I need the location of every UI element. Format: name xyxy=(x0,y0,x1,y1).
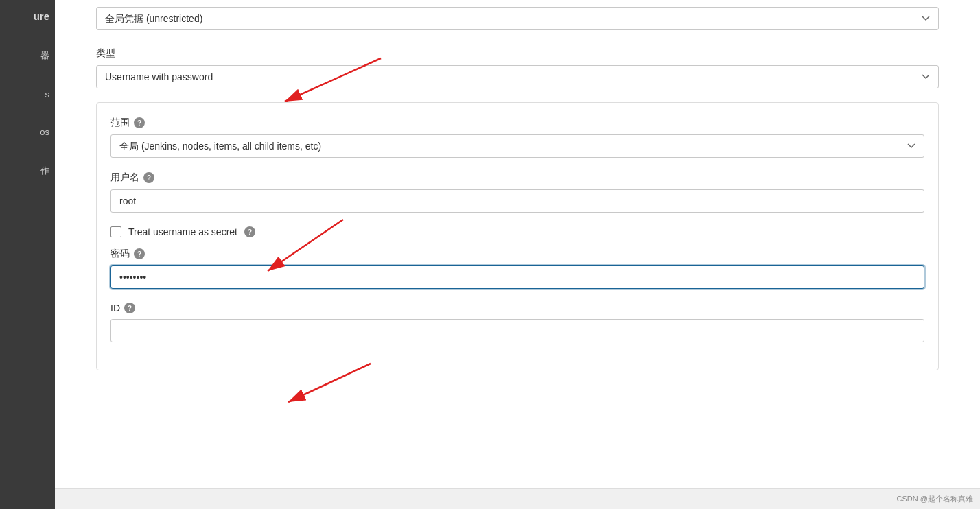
scope-section: 范围 ? 全局 (Jenkins, nodes, items, all chil… xyxy=(110,117,924,158)
credentials-form-panel: 范围 ? 全局 (Jenkins, nodes, items, all chil… xyxy=(96,102,939,370)
id-label-row: ID ? xyxy=(110,303,924,313)
watermark-bar: CSDN @起个名称真难 xyxy=(55,488,980,509)
id-help-icon[interactable]: ? xyxy=(124,303,135,313)
sidebar-title: ure xyxy=(34,10,49,22)
type-label-row: 类型 xyxy=(96,47,939,60)
scope-help-icon[interactable]: ? xyxy=(134,117,145,128)
scope-dropdown[interactable]: 全局 (Jenkins, nodes, items, all child ite… xyxy=(110,134,924,158)
password-input[interactable] xyxy=(110,265,924,289)
sidebar-item-4[interactable]: 作 xyxy=(40,165,49,177)
main-content: 全局凭据 (unrestricted) 系统 类型 Username with … xyxy=(55,0,980,509)
type-dropdown[interactable]: Username with password SSH Username with… xyxy=(96,65,939,88)
username-input[interactable] xyxy=(110,189,924,213)
password-help-icon[interactable]: ? xyxy=(134,248,145,259)
type-label-text: 类型 xyxy=(96,47,115,60)
type-section: 类型 Username with password SSH Username w… xyxy=(96,47,939,88)
scope-label-row: 范围 ? xyxy=(110,117,924,129)
password-section: 密码 ? xyxy=(110,248,924,289)
sidebar: ure 器 s os 作 xyxy=(0,0,55,509)
scope-label-text: 范围 xyxy=(110,117,130,129)
id-label-text: ID xyxy=(110,303,120,313)
treat-username-help-icon[interactable]: ? xyxy=(244,226,255,237)
watermark-text: CSDN @起个名称真难 xyxy=(897,494,973,504)
sidebar-item-3[interactable]: os xyxy=(40,127,49,137)
username-label-row: 用户名 ? xyxy=(110,171,924,184)
password-label-row: 密码 ? xyxy=(110,248,924,260)
username-help-icon[interactable]: ? xyxy=(143,172,154,183)
type-dropdown-container: Username with password SSH Username with… xyxy=(96,65,939,88)
username-section: 用户名 ? xyxy=(110,171,924,213)
treat-username-row: Treat username as secret ? xyxy=(110,226,924,237)
sidebar-item-2[interactable]: s xyxy=(45,89,50,99)
id-section: ID ? xyxy=(110,303,924,342)
username-label-text: 用户名 xyxy=(110,171,139,184)
id-input[interactable] xyxy=(110,319,924,342)
sidebar-item-1[interactable]: 器 xyxy=(40,49,49,62)
form-container: 类型 Username with password SSH Username w… xyxy=(55,40,980,394)
treat-username-checkbox[interactable] xyxy=(110,226,121,237)
scope-dropdown-wrapper: 全局凭据 (unrestricted) 系统 xyxy=(55,0,980,40)
treat-username-label: Treat username as secret xyxy=(128,226,237,237)
password-label-text: 密码 xyxy=(110,248,130,260)
scope-global-dropdown[interactable]: 全局凭据 (unrestricted) 系统 xyxy=(96,7,939,30)
